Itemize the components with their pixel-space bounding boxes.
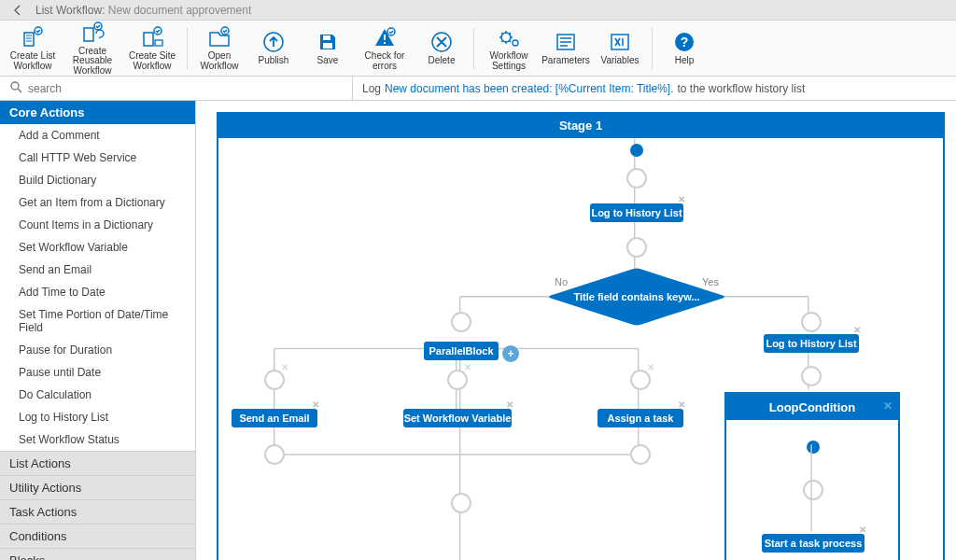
stage-header[interactable]: Stage 1 — [217, 112, 945, 138]
toolbar-label: Open Workflow — [193, 51, 246, 71]
title-name: New document approvement — [108, 4, 251, 17]
close-icon[interactable]: ✕ — [281, 362, 288, 372]
loop-start-dot — [807, 441, 820, 454]
svg-line-19 — [18, 89, 21, 92]
close-icon[interactable]: ✕ — [883, 399, 893, 413]
node-decision[interactable]: Title field contains keyw... — [567, 276, 707, 317]
close-icon[interactable]: ✕ — [464, 362, 471, 372]
close-icon[interactable]: ✕ — [678, 399, 685, 410]
help-button[interactable]: ?Help — [658, 22, 710, 75]
action-item[interactable]: Log to History List — [0, 406, 195, 428]
create-list-workflow-icon — [21, 25, 45, 49]
node-start-task-process[interactable]: Start a task process ✕ — [762, 534, 865, 553]
canvas-wrap[interactable]: Stage 1 — [196, 101, 956, 560]
toolbar-label: Parameters — [541, 56, 590, 66]
action-item[interactable]: Set Workflow Status — [0, 428, 195, 451]
empty-slot[interactable] — [264, 444, 285, 465]
parameters-button[interactable]: Parameters — [540, 22, 592, 75]
loop-header[interactable]: LoopCondition ✕ — [726, 394, 898, 420]
svg-point-18 — [11, 82, 19, 90]
action-item[interactable]: Do Calculation — [0, 384, 195, 406]
toolbar-label: Create Site Workflow — [123, 51, 181, 71]
action-item[interactable]: Add a Comment — [0, 124, 195, 147]
search-input[interactable] — [28, 82, 343, 95]
category-header[interactable]: Conditions — [0, 524, 195, 548]
node-log-history-1[interactable]: Log to History List ✕ — [590, 203, 683, 222]
toolbar-label: Create List Workflow — [4, 51, 62, 71]
close-icon[interactable]: ✕ — [506, 399, 513, 410]
create-reusable-workflow-button[interactable]: Create Reusable Workflow — [63, 22, 121, 75]
node-set-workflow-variable[interactable]: Set Workflow Variable ✕ — [403, 409, 512, 427]
svg-point-13 — [513, 40, 518, 46]
category-header[interactable]: List Actions — [0, 451, 195, 475]
action-item[interactable]: Set Workflow Variable — [0, 236, 195, 259]
close-icon[interactable]: ✕ — [859, 525, 866, 535]
close-icon[interactable]: ✕ — [853, 325, 861, 335]
search-icon — [9, 80, 22, 96]
node-send-email[interactable]: Send an Email ✕ — [232, 409, 317, 427]
create-reusable-workflow-icon — [80, 21, 105, 45]
category-header-core-actions[interactable]: Core Actions — [0, 101, 195, 124]
empty-slot[interactable] — [626, 237, 647, 258]
empty-slot[interactable] — [451, 493, 471, 513]
branch-label-no: No — [555, 276, 568, 287]
plus-icon[interactable]: + — [502, 345, 519, 362]
node-assign-task[interactable]: Assign a task ✕ — [598, 409, 683, 427]
empty-slot[interactable]: ✕ — [264, 370, 285, 390]
category-header[interactable]: Blocks — [0, 548, 195, 560]
toolbar-label: Workflow Settings — [480, 51, 538, 71]
title-prefix: List Workflow: — [35, 4, 105, 17]
start-dot — [630, 144, 643, 157]
category-header[interactable]: Task Actions — [0, 499, 195, 524]
action-item[interactable]: Add Time to Date — [0, 281, 195, 303]
node-loop-condition[interactable]: LoopCondition ✕ Start a task process ✕ — [724, 392, 900, 560]
close-icon[interactable]: ✕ — [678, 194, 685, 204]
delete-button[interactable]: Delete — [415, 22, 468, 75]
empty-slot[interactable]: ✕ — [447, 370, 468, 390]
empty-slot[interactable] — [626, 168, 647, 189]
empty-slot[interactable]: ✕ — [630, 370, 651, 390]
toolbar-label: Save — [317, 56, 339, 66]
category-header[interactable]: Utility Actions — [0, 475, 195, 499]
empty-slot[interactable] — [801, 366, 822, 386]
action-item[interactable]: Count Items in a Dictionary — [0, 214, 195, 236]
parameters-icon — [554, 30, 578, 54]
workflow-settings-button[interactable]: Workflow Settings — [480, 22, 538, 75]
check-for-errors-button[interactable]: Check for errors — [356, 22, 414, 75]
node-log-history-2[interactable]: Log to History List ✕ — [764, 334, 859, 353]
toolbar-label: Check for errors — [356, 51, 414, 71]
action-item[interactable]: Pause for Duration — [0, 339, 195, 361]
close-icon[interactable]: ✕ — [312, 399, 319, 410]
back-button[interactable] — [0, 0, 35, 20]
variables-button[interactable]: Variables — [594, 22, 646, 75]
action-item[interactable]: Pause until Date — [0, 361, 195, 384]
action-item[interactable]: Send an Email — [0, 259, 195, 281]
back-arrow-icon — [10, 3, 25, 18]
empty-slot[interactable] — [801, 312, 822, 332]
branch-label-yes: Yes — [702, 276, 719, 287]
delete-icon — [429, 30, 454, 54]
publish-icon — [261, 30, 286, 54]
open-workflow-button[interactable]: Open Workflow — [193, 22, 246, 75]
empty-slot[interactable] — [803, 480, 823, 500]
publish-button[interactable]: Publish — [247, 22, 300, 75]
body: Core ActionsAdd a CommentCall HTTP Web S… — [0, 101, 956, 560]
close-icon[interactable]: ✕ — [647, 362, 654, 372]
variables-icon — [608, 30, 632, 54]
svg-rect-15 — [612, 35, 628, 49]
action-item[interactable]: Call HTTP Web Service — [0, 147, 195, 169]
empty-slot[interactable] — [630, 444, 651, 465]
create-list-workflow-button[interactable]: Create List Workflow — [4, 22, 62, 75]
action-item[interactable]: Build Dictionary — [0, 169, 195, 191]
log-link[interactable]: New document has been created: [%Current… — [385, 82, 673, 95]
search-log-row: Log New document has been created: [%Cur… — [0, 77, 956, 101]
save-icon — [316, 30, 340, 54]
save-button[interactable]: Save — [302, 22, 354, 75]
action-item[interactable]: Set Time Portion of Date/Time Field — [0, 303, 195, 339]
empty-slot[interactable] — [451, 312, 471, 332]
create-site-workflow-button[interactable]: Create Site Workflow — [123, 22, 181, 75]
workflow-canvas[interactable]: Stage 1 — [217, 112, 945, 560]
node-parallel-block[interactable]: ParallelBlock + — [424, 342, 499, 360]
open-workflow-icon — [207, 25, 232, 49]
action-item[interactable]: Get an Item from a Dictionary — [0, 191, 195, 214]
